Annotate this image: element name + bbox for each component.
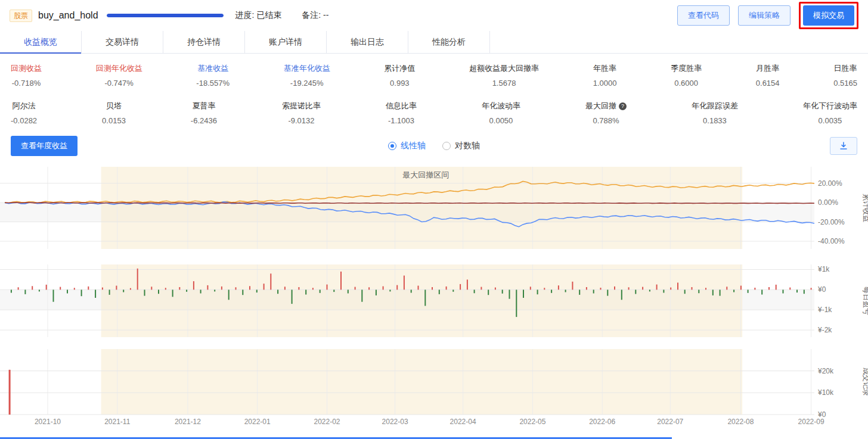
x-axis-tick-label: 2022-08 <box>727 418 754 426</box>
pnl-bar <box>123 289 124 292</box>
pnl-bar <box>698 289 699 293</box>
pnl-bar <box>368 287 370 289</box>
pnl-bar <box>46 285 47 290</box>
metric-item: 回测收益-0.718% <box>11 63 42 88</box>
metric-value: 0.5165 <box>833 79 857 88</box>
progress-status: 进度: 已结束 <box>235 10 282 21</box>
y-axis-tick-label: 0.00% <box>818 198 838 207</box>
pnl-bar <box>396 285 398 290</box>
metric-item: 季度胜率0.6000 <box>671 63 702 88</box>
progress-value: 已结束 <box>256 10 281 20</box>
metric-value: 0.788% <box>585 116 627 125</box>
x-axis-tick-label: 2022-05 <box>519 418 545 426</box>
metric-item: 月胜率0.6154 <box>756 63 780 88</box>
pnl-bar <box>452 289 454 291</box>
pnl-bar <box>144 289 145 295</box>
x-axis-tick-label: 2022-03 <box>382 418 408 426</box>
metric-item: 年化波动率0.0050 <box>482 101 520 125</box>
metric-label: 信息比率 <box>386 101 417 111</box>
header-actions: 查看代码 编辑策略 模拟交易 <box>677 2 858 29</box>
pnl-bar <box>804 289 805 294</box>
metric-value: -0.747% <box>96 79 142 88</box>
pnl-bar <box>292 289 293 304</box>
metrics-row-1: 回测收益-0.718%回测年化收益-0.747%基准收益-18.557%基准年化… <box>0 63 868 88</box>
tab-returns-overview[interactable]: 收益概览 <box>0 31 82 53</box>
radio-label: 线性轴 <box>401 141 426 151</box>
pnl-bar <box>474 289 475 293</box>
chart-panel-daily-pnl <box>0 264 814 337</box>
pnl-bar <box>151 287 152 289</box>
pnl-bar <box>186 289 187 291</box>
metric-label: 日胜率 <box>834 63 857 74</box>
strategy-name: buy_and_hold <box>38 10 98 21</box>
pnl-bar <box>179 287 180 289</box>
pnl-bar <box>432 287 433 289</box>
tab-performance-analysis[interactable]: 性能分析 <box>408 31 490 53</box>
pnl-bar <box>376 289 377 295</box>
download-icon <box>839 141 848 151</box>
view-annual-returns-button[interactable]: 查看年度收益 <box>11 136 78 156</box>
asset-type-tag: 股票 <box>10 10 32 22</box>
x-axis-tick-label: 2021-11 <box>104 418 130 426</box>
pnl-bar <box>327 285 328 290</box>
pnl-bar <box>635 289 636 294</box>
pnl-bar <box>600 288 602 289</box>
tab-trade-details[interactable]: 交易详情 <box>82 31 163 53</box>
tab-account-details[interactable]: 账户详情 <box>245 31 327 53</box>
metric-item: 年化下行波动率0.0035 <box>803 101 857 125</box>
pnl-bar <box>361 289 362 301</box>
metric-item: 回测年化收益-0.747% <box>96 63 142 88</box>
panel-axis-title: 每日盈亏 <box>862 287 868 315</box>
linear-axis-radio[interactable]: 线性轴 <box>388 141 426 151</box>
metric-value: -1.1003 <box>386 116 417 125</box>
log-axis-radio[interactable]: 对数轴 <box>442 141 480 151</box>
pnl-bar <box>593 289 594 293</box>
pnl-bar <box>312 288 314 289</box>
pnl-bar <box>776 285 777 290</box>
pnl-bar <box>264 284 265 289</box>
edit-strategy-button[interactable]: 编辑策略 <box>738 5 790 26</box>
pnl-bar <box>18 287 19 289</box>
pnl-bar <box>516 289 517 317</box>
tab-position-details[interactable]: 持仓详情 <box>163 31 245 53</box>
metric-label: 年化跟踪误差 <box>692 101 738 111</box>
tab-output-log[interactable]: 输出日志 <box>327 31 408 53</box>
pnl-bar <box>137 269 138 290</box>
y-axis-tick-label: -40.00% <box>818 237 845 245</box>
pnl-bar <box>783 289 784 293</box>
pnl-bar <box>467 279 468 289</box>
x-axis-tick-label: 2021-12 <box>175 418 201 426</box>
pnl-bar <box>677 283 678 290</box>
x-axis-tick-label: 2022-09 <box>798 418 824 426</box>
pnl-bar <box>256 289 258 292</box>
help-icon[interactable]: ? <box>619 102 627 110</box>
metric-label: 最大回撤 <box>585 101 616 111</box>
charts-area[interactable]: 20.00%0.00%-20.00%-40.00%累计收益¥1k¥0¥-1k¥-… <box>0 164 868 431</box>
pnl-bar <box>95 289 96 298</box>
pnl-bar <box>214 289 215 291</box>
pnl-bar <box>733 289 734 292</box>
metric-label: 年化下行波动率 <box>803 101 857 111</box>
pnl-bar <box>439 289 440 294</box>
chart-controls: 查看年度收益 线性轴对数轴 <box>0 136 868 156</box>
note-value: -- <box>323 10 328 20</box>
pnl-bar <box>305 289 306 294</box>
download-button[interactable] <box>830 137 857 155</box>
metric-item: 索提诺比率-9.0132 <box>282 101 321 125</box>
pnl-bar <box>572 282 573 290</box>
pnl-bar <box>754 288 755 289</box>
metrics-row-2: 阿尔法-0.0282贝塔0.0153夏普率-6.2436索提诺比率-9.0132… <box>0 101 868 125</box>
metric-value: -0.718% <box>11 79 42 88</box>
metric-label: 回测年化收益 <box>96 63 142 74</box>
y-axis-tick-label: ¥-2k <box>817 326 832 334</box>
view-code-button[interactable]: 查看代码 <box>677 5 730 26</box>
pnl-bar <box>628 287 630 289</box>
metric-value: 0.993 <box>384 79 415 88</box>
metric-value: 0.6154 <box>756 79 780 88</box>
simulated-trading-button[interactable]: 模拟交易 <box>803 5 854 26</box>
metric-value: -19.245% <box>284 79 330 88</box>
pnl-bar <box>761 289 762 294</box>
header: 股票 buy_and_hold 进度: 已结束 备注: -- 查看代码 编辑策略… <box>0 0 868 31</box>
metric-item: 基准年化收益-19.245% <box>284 63 330 88</box>
y-axis-tick-label: -20.00% <box>818 218 845 226</box>
